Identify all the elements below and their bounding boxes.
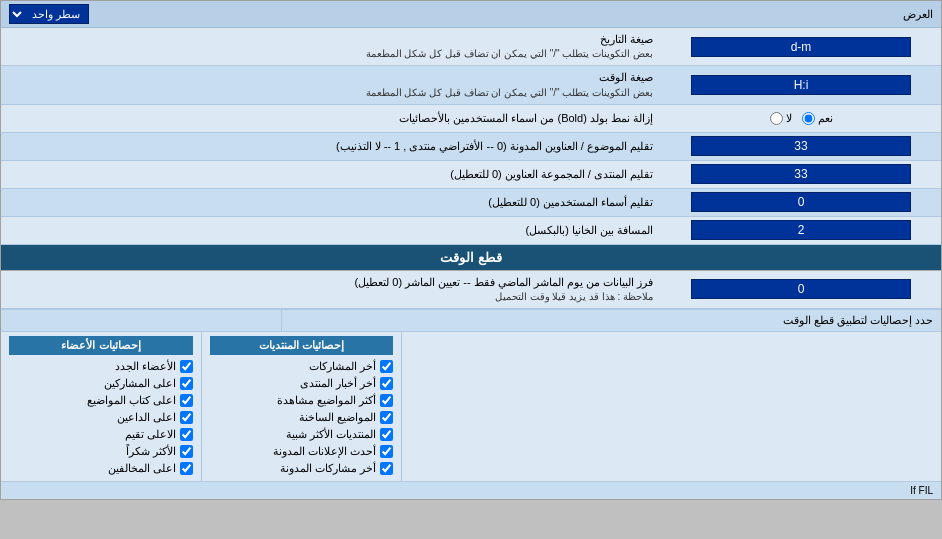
topic-trim-input-cell (661, 134, 941, 158)
username-trim-row: تقليم أسماء المستخدمين (0 للتعطيل) (1, 189, 941, 217)
stat-6-label: أحدث الإعلانات المدونة (273, 445, 376, 458)
top-label: العرض (903, 8, 933, 21)
date-format-label: صيغة التاريخ بعض التكوينات يتطلب "/" الت… (1, 28, 661, 65)
mstat-3-checkbox[interactable] (180, 394, 193, 407)
stat-6: أحدث الإعلانات المدونة (210, 443, 393, 460)
radio-yes[interactable] (802, 112, 815, 125)
stat-7: أخر مشاركات المدونة (210, 460, 393, 477)
mstat-6: الأكثر شكراً (9, 443, 193, 460)
stat-3: أكثر المواضيع مشاهدة (210, 392, 393, 409)
forum-trim-input[interactable] (691, 164, 911, 184)
stats-apply-label: حدد إحصاليات لتطبيق قطع الوقت (281, 310, 941, 331)
mstat-2-checkbox[interactable] (180, 377, 193, 390)
mstat-2: اعلى المشاركين (9, 375, 193, 392)
stat-7-label: أخر مشاركات المدونة (280, 462, 376, 475)
stats-columns-container: إحصائيات المنتديات أخر المشاركات أخر أخب… (1, 332, 941, 481)
mstat-7-checkbox[interactable] (180, 462, 193, 475)
time-format-row: صيغة الوقت بعض التكوينات يتطلب "/" التي … (1, 66, 941, 104)
stat-6-checkbox[interactable] (380, 445, 393, 458)
cutoff-row: فرز البيانات من يوم الماشر الماضي فقط --… (1, 271, 941, 309)
mstat-3-label: اعلى كتاب المواضيع (87, 394, 176, 407)
stat-4: المواضيع الساخنة (210, 409, 393, 426)
cutoff-input-cell (661, 277, 941, 301)
stats-description-area (401, 332, 941, 481)
mstat-4: اعلى الداعين (9, 409, 193, 426)
mstat-1-checkbox[interactable] (180, 360, 193, 373)
mstat-6-checkbox[interactable] (180, 445, 193, 458)
mstat-3: اعلى كتاب المواضيع (9, 392, 193, 409)
bold-removal-label: إزالة نمط بولد (Bold) من اسماء المستخدمي… (1, 107, 661, 130)
spacing-input-cell (661, 218, 941, 242)
stats-header: حدد إحصاليات لتطبيق قطع الوقت (1, 310, 941, 332)
cutoff-input[interactable] (691, 279, 911, 299)
stat-1-label: أخر المشاركات (309, 360, 376, 373)
bold-removal-row: نعم لا إزالة نمط بولد (Bold) من اسماء ال… (1, 105, 941, 133)
forum-trim-input-cell (661, 162, 941, 186)
spacing-input[interactable] (691, 220, 911, 240)
mstat-1: الأعضاء الجدد (9, 358, 193, 375)
stat-1-checkbox[interactable] (380, 360, 393, 373)
mstat-5-checkbox[interactable] (180, 428, 193, 441)
member-stats-title: إحصائيات الأعضاء (9, 336, 193, 355)
stat-4-label: المواضيع الساخنة (299, 411, 376, 424)
topic-trim-input[interactable] (691, 136, 911, 156)
radio-no-label[interactable]: لا (770, 112, 792, 125)
stat-2-label: أخر أخبار المنتدى (300, 377, 376, 390)
main-container: العرض سطر واحد سطرين ثلاثة أسطر صيغة الت… (0, 0, 942, 500)
mstat-6-label: الأكثر شكراً (126, 445, 176, 458)
stat-5-label: المنتديات الأكثر شبية (286, 428, 376, 441)
username-trim-input-cell (661, 190, 941, 214)
cutoff-section-header: قطع الوقت (1, 245, 941, 271)
time-format-input-cell (661, 73, 941, 97)
top-bar: العرض سطر واحد سطرين ثلاثة أسطر (1, 1, 941, 28)
stat-2: أخر أخبار المنتدى (210, 375, 393, 392)
bold-radio-group: نعم لا (770, 112, 833, 125)
time-format-input[interactable] (691, 75, 911, 95)
mstat-5-label: الاعلى تقيم (125, 428, 176, 441)
mstat-4-label: اعلى الداعين (117, 411, 176, 424)
spacing-row: المسافة بين الخانيا (بالبكسل) (1, 217, 941, 245)
forum-trim-row: تقليم المنتدى / المجموعة العناوين (0 للت… (1, 161, 941, 189)
stat-7-checkbox[interactable] (380, 462, 393, 475)
topic-trim-row: تقليم الموضوع / العناوين المدونة (0 -- ا… (1, 133, 941, 161)
bottom-note-row: If FIL (1, 481, 941, 499)
forum-stats-title: إحصائيات المنتديات (210, 336, 393, 355)
spacing-label: المسافة بين الخانيا (بالبكسل) (1, 219, 661, 242)
display-select[interactable]: سطر واحد سطرين ثلاثة أسطر (9, 4, 89, 24)
mstat-7-label: اعلى المخالفين (108, 462, 176, 475)
username-trim-input[interactable] (691, 192, 911, 212)
stat-2-checkbox[interactable] (380, 377, 393, 390)
date-format-input-cell (661, 35, 941, 59)
stats-section: حدد إحصاليات لتطبيق قطع الوقت إحصائيات ا… (1, 309, 941, 499)
date-format-input[interactable] (691, 37, 911, 57)
cutoff-label: فرز البيانات من يوم الماشر الماضي فقط --… (1, 271, 661, 308)
member-stats-col: إحصائيات الأعضاء الأعضاء الجدد اعلى المش… (1, 332, 201, 481)
stat-4-checkbox[interactable] (380, 411, 393, 424)
mstat-7: اعلى المخالفين (9, 460, 193, 477)
topic-trim-label: تقليم الموضوع / العناوين المدونة (0 -- ا… (1, 135, 661, 158)
stat-5-checkbox[interactable] (380, 428, 393, 441)
mstat-4-checkbox[interactable] (180, 411, 193, 424)
radio-no[interactable] (770, 112, 783, 125)
stat-1: أخر المشاركات (210, 358, 393, 375)
stat-3-label: أكثر المواضيع مشاهدة (277, 394, 376, 407)
forum-stats-col: إحصائيات المنتديات أخر المشاركات أخر أخب… (201, 332, 401, 481)
if-fil-text: If FIL (910, 485, 933, 496)
mstat-1-label: الأعضاء الجدد (115, 360, 176, 373)
time-format-label: صيغة الوقت بعض التكوينات يتطلب "/" التي … (1, 66, 661, 103)
stat-3-checkbox[interactable] (380, 394, 393, 407)
radio-yes-label[interactable]: نعم (802, 112, 833, 125)
stats-cols-header (1, 310, 281, 331)
username-trim-label: تقليم أسماء المستخدمين (0 للتعطيل) (1, 191, 661, 214)
mstat-5: الاعلى تقيم (9, 426, 193, 443)
mstat-2-label: اعلى المشاركين (104, 377, 176, 390)
date-format-row: صيغة التاريخ بعض التكوينات يتطلب "/" الت… (1, 28, 941, 66)
bold-removal-input-cell: نعم لا (661, 110, 941, 127)
forum-trim-label: تقليم المنتدى / المجموعة العناوين (0 للت… (1, 163, 661, 186)
stat-5: المنتديات الأكثر شبية (210, 426, 393, 443)
